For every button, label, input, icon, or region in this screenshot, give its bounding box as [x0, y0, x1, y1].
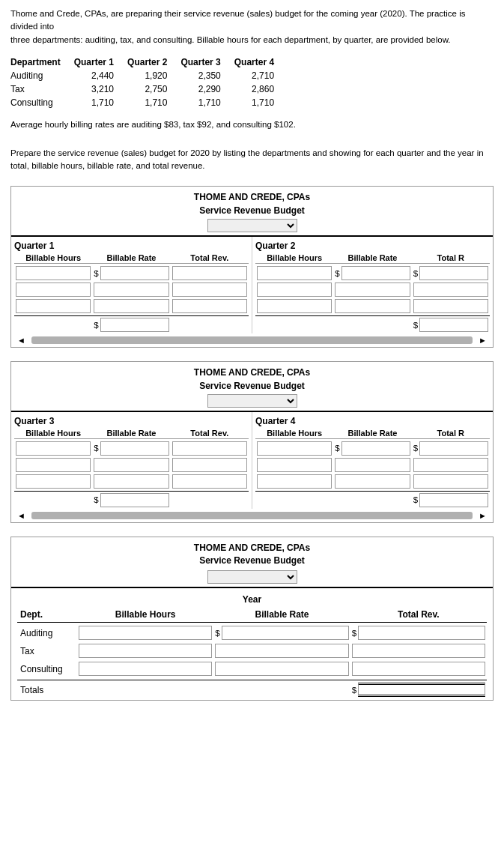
q3-rate-input-2[interactable] [94, 458, 168, 472]
q3-r1-rate[interactable]: $ [92, 441, 170, 456]
q3-r3-rev[interactable] [171, 474, 249, 489]
q2-rev-input-1[interactable] [419, 266, 488, 280]
budget2-scroll-area[interactable]: Quarter 3 Billable Hours Billable Rate T… [11, 411, 493, 509]
budget3-dropdown[interactable] [207, 570, 297, 584]
q2-r2-rev[interactable] [412, 283, 490, 297]
q4-r1-rev[interactable]: $ [412, 441, 490, 456]
q3-r2-rate[interactable] [92, 458, 170, 472]
q4-rate-input-1[interactable] [341, 441, 410, 456]
q1-r2-rev[interactable] [171, 283, 249, 297]
q1-rev-input-1[interactable] [172, 266, 247, 280]
budget1-dropdown[interactable] [207, 219, 297, 232]
q1-r3-rate[interactable] [92, 299, 170, 313]
q4-rate-input-2[interactable] [335, 458, 410, 472]
q2-r3-hours[interactable] [255, 299, 333, 313]
q1-r1-rev[interactable] [171, 266, 249, 280]
q1-r2-hours[interactable] [14, 283, 92, 297]
scroll-left-btn-2[interactable]: ◄ [14, 511, 28, 520]
q2-rate-input-3[interactable] [335, 299, 410, 313]
q1-r3-hours[interactable] [14, 299, 92, 313]
q3-rate-input-3[interactable] [94, 474, 168, 489]
scroll-left-btn-1[interactable]: ◄ [14, 336, 28, 345]
q1-rev-input-3[interactable] [172, 299, 247, 313]
q3-hours-input-3[interactable] [16, 474, 91, 489]
q1-r1-hours[interactable] [14, 266, 92, 280]
year-consulting-rev-input[interactable] [352, 662, 485, 676]
q4-r2-rate[interactable] [333, 458, 411, 472]
year-tax-rev-input[interactable] [352, 644, 485, 658]
scrollbar-track-2[interactable] [31, 512, 473, 519]
q4-total-rev-input[interactable] [419, 493, 488, 507]
q4-r3-rate[interactable] [333, 474, 411, 489]
year-auditing-hours-input[interactable] [79, 626, 212, 640]
scroll-right-btn-2[interactable]: ► [476, 511, 490, 520]
q3-r1-rev[interactable] [171, 441, 249, 456]
q1-hours-input-1[interactable] [16, 266, 91, 280]
q3-hours-input-2[interactable] [16, 458, 91, 472]
budget1-scroll-area[interactable]: Quarter 1 Billable Hours Billable Rate T… [11, 235, 493, 333]
q3-rev-input-2[interactable] [172, 458, 247, 472]
q2-rate-input-1[interactable] [341, 266, 410, 280]
q1-r2-rate[interactable] [92, 283, 170, 297]
year-tax-rate-input[interactable] [215, 644, 348, 658]
year-tax-hours-input[interactable] [79, 644, 212, 658]
q2-hours-input-1[interactable] [257, 266, 332, 280]
q1-total-rev-input[interactable] [100, 318, 169, 332]
q3-r3-hours[interactable] [14, 474, 92, 489]
q2-r2-rate[interactable] [333, 283, 411, 297]
q2-r2-hours[interactable] [255, 283, 333, 297]
year-auditing-rev[interactable]: $ [350, 626, 487, 640]
q1-r3-rev[interactable] [171, 299, 249, 313]
q2-r1-rev[interactable]: $ [412, 266, 490, 280]
year-auditing-hours[interactable] [77, 626, 213, 640]
q2-hours-input-2[interactable] [257, 283, 332, 297]
year-totals-rev-input[interactable] [358, 683, 485, 697]
q4-rate-input-3[interactable] [335, 474, 410, 489]
q3-r2-rev[interactable] [171, 458, 249, 472]
q4-r1-rate[interactable]: $ [333, 441, 411, 456]
q2-rate-input-2[interactable] [335, 283, 410, 297]
year-tax-rev[interactable] [350, 644, 487, 658]
q4-rev-input-2[interactable] [413, 458, 488, 472]
year-consulting-hours[interactable] [77, 662, 213, 676]
q1-r1-rate[interactable]: $ [92, 266, 170, 280]
q2-r1-hours[interactable] [255, 266, 333, 280]
q1-hours-input-2[interactable] [16, 283, 91, 297]
year-consulting-rate-input[interactable] [215, 662, 348, 676]
year-totals-rev[interactable]: $ [350, 683, 487, 697]
q3-total-rate[interactable]: $ [92, 493, 170, 507]
q2-total-rev[interactable]: $ [412, 318, 490, 332]
q3-rev-input-1[interactable] [172, 441, 247, 456]
budget2-scrollbar[interactable]: ◄ ► [11, 509, 493, 522]
q4-r2-hours[interactable] [255, 458, 333, 472]
scrollbar-track-1[interactable] [31, 336, 473, 344]
q4-hours-input-2[interactable] [257, 458, 332, 472]
q1-rev-input-2[interactable] [172, 283, 247, 297]
q4-hours-input-1[interactable] [257, 441, 332, 456]
q2-r3-rev[interactable] [412, 299, 490, 313]
q3-rate-input-1[interactable] [100, 441, 169, 456]
q4-r3-rev[interactable] [412, 474, 490, 489]
year-tax-hours[interactable] [77, 644, 213, 658]
q3-r3-rate[interactable] [92, 474, 170, 489]
q3-rev-input-3[interactable] [172, 474, 247, 489]
year-tax-rate[interactable] [213, 644, 350, 658]
q3-total-rev-input[interactable] [100, 493, 169, 507]
year-consulting-rev[interactable] [350, 662, 487, 676]
budget1-scrollbar[interactable]: ◄ ► [11, 333, 493, 347]
budget2-dropdown[interactable] [207, 394, 297, 408]
year-auditing-rev-input[interactable] [358, 626, 485, 640]
q3-r2-hours[interactable] [14, 458, 92, 472]
q1-rate-input-1[interactable] [100, 266, 169, 280]
q2-hours-input-3[interactable] [257, 299, 332, 313]
q4-hours-input-3[interactable] [257, 474, 332, 489]
q4-rev-input-3[interactable] [413, 474, 488, 489]
q2-r1-rate[interactable]: $ [333, 266, 411, 280]
q3-hours-input-1[interactable] [16, 441, 91, 456]
q2-rev-input-3[interactable] [413, 299, 488, 313]
year-auditing-rate-input[interactable] [222, 626, 349, 640]
q4-r2-rev[interactable] [412, 458, 490, 472]
q2-total-rev-input[interactable] [419, 318, 488, 332]
q1-total-rate[interactable]: $ [92, 318, 170, 332]
q1-hours-input-3[interactable] [16, 299, 91, 313]
